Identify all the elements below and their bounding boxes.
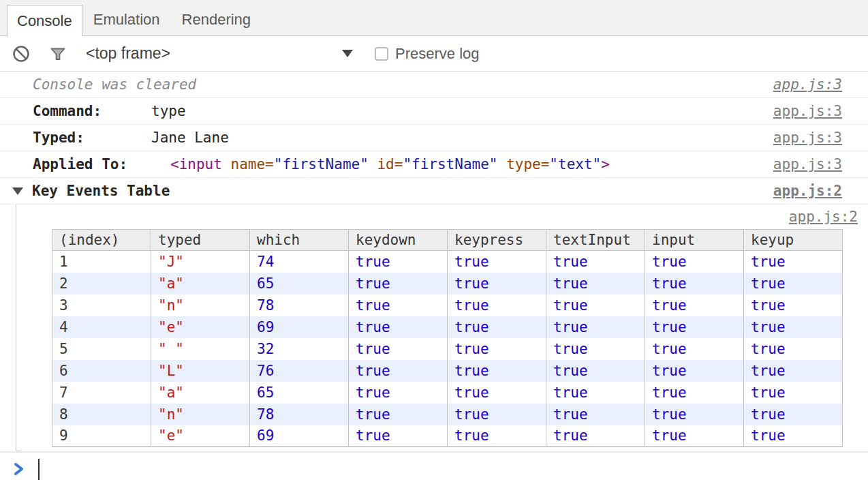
preserve-log-label: Preserve log <box>395 45 480 63</box>
table-cell: 78 <box>250 294 349 316</box>
table-cell: 1 <box>52 251 151 273</box>
table-cell: 69 <box>250 316 349 338</box>
table-cell: true <box>448 360 546 382</box>
table-cell: true <box>349 251 448 273</box>
applied-to-label: Applied To: <box>33 156 170 172</box>
column-header: which <box>250 230 349 251</box>
table-cell: true <box>448 316 546 338</box>
table-cell: true <box>546 251 645 273</box>
table-cell: 65 <box>250 382 349 404</box>
element-token-attr: id= <box>377 156 403 172</box>
console-prompt[interactable] <box>0 451 868 484</box>
table-row: 8"n"78truetruetruetruetrue <box>52 404 843 425</box>
table-cell: true <box>744 382 843 404</box>
table-cell: 8 <box>52 404 151 425</box>
table-cell: true <box>546 382 645 404</box>
table-cell: true <box>349 360 448 382</box>
table-cell: "J" <box>151 251 250 273</box>
disclosure-triangle-icon[interactable] <box>12 187 23 195</box>
table-cell: true <box>349 273 448 294</box>
table-cell: true <box>744 251 843 273</box>
table-row: 2"a"65truetruetruetruetrue <box>52 273 843 294</box>
filter-button[interactable] <box>49 45 67 63</box>
table-cell: true <box>349 338 448 360</box>
table-cell: true <box>448 338 546 360</box>
element-token-plain <box>497 156 506 172</box>
dropdown-arrow-icon <box>342 50 353 57</box>
table-cell: true <box>645 360 744 382</box>
text-cursor <box>38 459 40 480</box>
tab-console[interactable]: Console <box>7 5 82 36</box>
table-cell: true <box>448 273 546 294</box>
source-link[interactable]: app.js:3 <box>773 103 842 119</box>
column-header: keyup <box>744 230 843 251</box>
table-cell: true <box>645 251 744 273</box>
table-row: 3"n"78truetruetruetruetrue <box>52 294 843 316</box>
table-cell: 76 <box>250 360 349 382</box>
table-cell: true <box>645 273 744 294</box>
element-token-value: "firstName" <box>274 156 369 172</box>
source-link[interactable]: app.js:3 <box>773 130 842 146</box>
log-row-table-source: app.js:2 <box>16 205 868 228</box>
table-cell: true <box>546 360 645 382</box>
tab-rendering[interactable]: Rendering <box>171 4 262 35</box>
table-cell: true <box>349 404 448 425</box>
command-value: type <box>151 103 186 119</box>
table-cell: true <box>349 316 448 338</box>
table-cell: true <box>546 294 645 316</box>
table-cell: true <box>645 425 744 447</box>
table-cell: true <box>744 273 843 294</box>
element-token-attr: name= <box>231 156 274 172</box>
table-cell: true <box>448 382 546 404</box>
table-cell: true <box>546 404 645 425</box>
table-cell: true <box>448 425 546 447</box>
clear-console-button[interactable] <box>12 45 30 63</box>
table-cell: true <box>744 404 843 425</box>
source-link[interactable]: app.js:2 <box>773 183 842 199</box>
command-label: Command: <box>33 103 151 119</box>
typed-value: Jane Lane <box>151 130 229 146</box>
table-cell: "L" <box>151 360 250 382</box>
element-token-plain <box>369 156 377 172</box>
ban-circle-icon <box>12 45 30 63</box>
console-group-body: app.js:2 (index)typedwhichkeydownkeypres… <box>16 205 868 451</box>
table-cell: true <box>448 404 546 425</box>
table-cell: true <box>645 294 744 316</box>
element-token-tag: > <box>601 156 610 172</box>
table-row: 6"L"76truetruetruetruetrue <box>52 360 843 382</box>
table-cell: 69 <box>250 425 349 447</box>
table-cell: 4 <box>52 316 151 338</box>
element-token-attr: type= <box>506 156 549 172</box>
log-row-key-events-group[interactable]: Key Events Table app.js:2 <box>0 178 868 205</box>
frame-context-selector[interactable]: <top frame> <box>86 44 353 63</box>
table-cell: "a" <box>151 273 250 294</box>
table-cell: "a" <box>151 382 250 404</box>
typed-label: Typed: <box>33 130 151 146</box>
table-cell: true <box>546 316 645 338</box>
console-toolbar: <top frame> Preserve log <box>0 36 868 72</box>
table-cell: true <box>645 382 744 404</box>
table-cell: true <box>349 294 448 316</box>
tab-emulation[interactable]: Emulation <box>82 4 171 35</box>
chevron-right-icon <box>12 460 27 478</box>
html-element-preview[interactable]: <input name="firstName" id="firstName" t… <box>170 156 610 172</box>
table-cell: true <box>744 338 843 360</box>
group-title: Key Events Table <box>32 183 170 199</box>
table-cell: 74 <box>250 251 349 273</box>
source-link[interactable]: app.js:3 <box>773 156 842 172</box>
column-header: textInput <box>546 230 645 251</box>
frame-selector-value: <top frame> <box>86 44 170 63</box>
column-header: keypress <box>448 230 546 251</box>
table-cell: "e" <box>151 316 250 338</box>
element-token-value: "text" <box>549 156 601 172</box>
table-cell: 32 <box>250 338 349 360</box>
source-link[interactable]: app.js:2 <box>789 209 858 225</box>
table-cell: true <box>546 273 645 294</box>
table-cell: true <box>744 360 843 382</box>
table-cell: 5 <box>52 338 151 360</box>
table-cell: true <box>349 425 448 447</box>
preserve-log-checkbox[interactable] <box>375 47 388 61</box>
table-header-row: (index)typedwhichkeydownkeypresstextInpu… <box>52 230 843 251</box>
source-link[interactable]: app.js:3 <box>773 76 842 93</box>
table-cell: true <box>546 338 645 360</box>
